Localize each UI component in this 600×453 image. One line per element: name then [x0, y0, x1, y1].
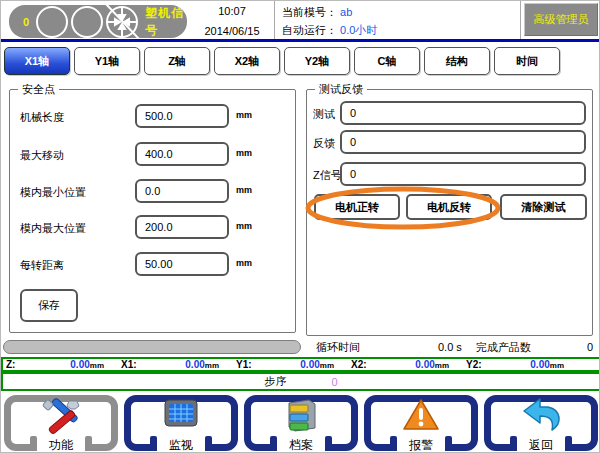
product-count-label: 完成产品数	[476, 340, 531, 355]
feedback-value-field[interactable]: 0	[340, 130, 586, 154]
nav-label: 监视	[121, 437, 241, 453]
field-label: Z信号	[313, 168, 342, 183]
z-signal-field[interactable]: 0	[340, 162, 586, 186]
signal-counter: 0	[23, 16, 34, 28]
header: 0 塑机信号 10:07 2014/06	[1, 1, 600, 42]
test-feedback-panel: 测试反馈 测试 0 反馈 0 Z信号 0 电机正转 电机反转 清除测试	[306, 89, 593, 336]
step-value: 0	[331, 376, 337, 388]
position-x2: X2: 0.00 mm	[348, 359, 463, 370]
cycle-time-value: 0.0 s	[438, 341, 462, 353]
centering-arrows-icon	[106, 4, 140, 40]
mold-min-pos-input[interactable]: 0.0	[135, 179, 229, 203]
save-button[interactable]: 保存	[20, 289, 78, 322]
bottom-nav: 功能 监视	[1, 393, 600, 453]
field-label: 最大移动	[20, 148, 64, 163]
cycle-status: 循环时间 0.0 s 完成产品数 0	[306, 340, 599, 354]
unit-label: mm	[236, 221, 252, 231]
tab-time[interactable]: 时间	[494, 47, 560, 75]
nav-label: 返回	[481, 437, 600, 453]
autorun-value: 0.0小时	[340, 24, 377, 36]
unit-label: mm	[236, 110, 252, 120]
tab-c-axis[interactable]: C轴	[354, 47, 420, 75]
clear-test-button[interactable]: 清除测试	[500, 194, 587, 220]
distance-per-rev-input[interactable]: 50.00	[135, 252, 229, 276]
nav-label: 功能	[1, 437, 121, 453]
field-label: 模内最小位置	[20, 185, 86, 200]
clock-date: 2014/06/15	[197, 25, 267, 37]
test-panel-title: 测试反馈	[315, 82, 367, 97]
position-y1: Y1: 0.00 mm	[233, 359, 348, 370]
datetime: 10:07 2014/06/15	[197, 3, 267, 39]
field-label: 每转距离	[20, 258, 64, 273]
hmi-screen: 0 塑机信号 10:07 2014/06	[0, 0, 600, 453]
unit-label: mm	[236, 258, 252, 268]
safety-panel-title: 安全点	[18, 82, 59, 97]
tools-icon	[41, 397, 81, 435]
unit-label: mm	[236, 185, 252, 195]
field-label: 模内最大位置	[20, 221, 86, 236]
position-z: Z: 0.00 mm	[3, 359, 118, 370]
field-label: 反馈	[313, 136, 335, 151]
header-divider	[274, 1, 275, 39]
nav-archive-button[interactable]: 档案	[241, 393, 361, 453]
header-separator	[1, 39, 600, 42]
signal-icons	[34, 4, 142, 40]
unit-label: mm	[236, 148, 252, 158]
monitor-icon	[161, 397, 201, 433]
nav-function-button[interactable]: 功能	[1, 393, 121, 453]
machine-length-input[interactable]: 500.0	[135, 104, 229, 128]
tab-y2-axis[interactable]: Y2轴	[284, 47, 350, 75]
mold-number-label: 当前模号：	[282, 6, 337, 18]
nav-label: 档案	[241, 437, 361, 453]
clock-time: 10:07	[197, 5, 267, 17]
step-sequence-row: 步序 0	[1, 372, 600, 391]
position-y2: Y2: 0.00 mm	[463, 359, 578, 370]
tab-structure[interactable]: 结构	[424, 47, 490, 75]
tab-z-axis[interactable]: Z轴	[144, 47, 210, 75]
archive-icon	[281, 397, 321, 435]
autorun-label: 自动运行：	[282, 24, 337, 36]
header-divider	[520, 1, 521, 39]
axis-tab-bar: X1轴 Y1轴 Z轴 X2轴 Y2轴 C轴 结构 时间	[4, 47, 598, 77]
mold-number-value: ab	[340, 6, 352, 18]
nav-alarm-button[interactable]: 报警	[361, 393, 481, 453]
nav-monitor-button[interactable]: 监视	[121, 393, 241, 453]
nav-back-button[interactable]: 返回	[481, 393, 600, 453]
motor-reverse-button[interactable]: 电机反转	[406, 194, 492, 220]
back-icon	[520, 397, 562, 433]
tab-y1-axis[interactable]: Y1轴	[74, 47, 140, 75]
user-level-button[interactable]: 高级管理员	[524, 3, 598, 36]
motor-forward-button[interactable]: 电机正转	[314, 194, 400, 220]
position-x1: X1: 0.00 mm	[118, 359, 233, 370]
axis-position-row: Z: 0.00 mm X1: 0.00 mm Y1: 0.00 mm X2: 0…	[1, 357, 600, 372]
max-move-input[interactable]: 400.0	[135, 142, 229, 166]
machine-signal-panel: 0 塑机信号	[9, 5, 187, 38]
cycle-progress-bar	[3, 340, 301, 354]
mold-info: 当前模号： ab 自动运行： 0.0小时	[282, 3, 512, 39]
tab-x1-axis[interactable]: X1轴	[4, 47, 70, 75]
nav-label: 报警	[361, 437, 481, 453]
safety-point-panel: 安全点 机械长度 500.0 mm 最大移动 400.0 mm 模内最小位置 0…	[9, 89, 296, 333]
step-label: 步序	[264, 374, 286, 389]
machine-signal-label: 塑机信号	[145, 5, 187, 39]
test-value-field[interactable]: 0	[340, 101, 586, 125]
tab-x2-axis[interactable]: X2轴	[214, 47, 280, 75]
field-label: 机械长度	[20, 110, 64, 125]
machine-status-icons	[34, 4, 142, 40]
field-label: 测试	[313, 107, 335, 122]
cycle-time-label: 循环时间	[316, 340, 360, 355]
alarm-icon	[401, 397, 441, 433]
product-count-value: 0	[587, 341, 593, 353]
mold-max-pos-input[interactable]: 200.0	[135, 215, 229, 239]
